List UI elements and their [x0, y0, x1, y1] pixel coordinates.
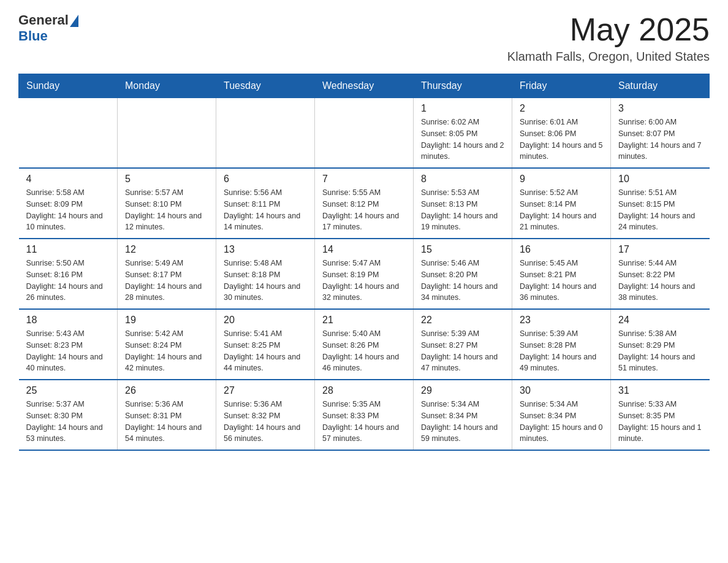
- day-number: 13: [224, 244, 307, 255]
- day-info: Sunrise: 5:37 AMSunset: 8:30 PMDaylight:…: [26, 399, 110, 445]
- day-of-week-header: Monday: [118, 74, 216, 98]
- calendar-day-cell: 7Sunrise: 5:55 AMSunset: 8:12 PMDaylight…: [315, 168, 414, 239]
- day-info: Sunrise: 5:33 AMSunset: 8:35 PMDaylight:…: [618, 399, 702, 445]
- calendar-day-cell: 24Sunrise: 5:38 AMSunset: 8:29 PMDayligh…: [611, 309, 710, 380]
- day-info: Sunrise: 5:53 AMSunset: 8:13 PMDaylight:…: [421, 187, 504, 233]
- day-number: 26: [125, 385, 208, 396]
- day-number: 22: [421, 315, 504, 326]
- day-number: 2: [520, 103, 603, 114]
- calendar-day-cell: 9Sunrise: 5:52 AMSunset: 8:14 PMDaylight…: [512, 168, 611, 239]
- day-number: 12: [125, 244, 208, 255]
- day-info: Sunrise: 6:02 AMSunset: 8:05 PMDaylight:…: [421, 117, 504, 163]
- day-of-week-header: Sunday: [19, 74, 118, 98]
- calendar-week-row: 11Sunrise: 5:50 AMSunset: 8:16 PMDayligh…: [19, 239, 710, 309]
- calendar-day-cell: [118, 98, 216, 169]
- day-number: 15: [421, 244, 504, 255]
- calendar-day-cell: 12Sunrise: 5:49 AMSunset: 8:17 PMDayligh…: [118, 239, 216, 309]
- day-info: Sunrise: 5:41 AMSunset: 8:25 PMDaylight:…: [224, 328, 307, 374]
- day-info: Sunrise: 5:39 AMSunset: 8:28 PMDaylight:…: [520, 328, 603, 374]
- calendar-day-cell: [216, 98, 315, 169]
- calendar-day-cell: 30Sunrise: 5:34 AMSunset: 8:34 PMDayligh…: [512, 380, 611, 450]
- day-number: 20: [224, 315, 307, 326]
- day-info: Sunrise: 5:46 AMSunset: 8:20 PMDaylight:…: [421, 258, 504, 304]
- day-number: 1: [421, 103, 504, 114]
- day-number: 25: [26, 385, 110, 396]
- day-info: Sunrise: 5:35 AMSunset: 8:33 PMDaylight:…: [322, 399, 406, 445]
- location-text: Klamath Falls, Oregon, United States: [507, 50, 710, 64]
- calendar-day-cell: 13Sunrise: 5:48 AMSunset: 8:18 PMDayligh…: [216, 239, 315, 309]
- day-info: Sunrise: 5:39 AMSunset: 8:27 PMDaylight:…: [421, 328, 504, 374]
- day-number: 10: [618, 174, 702, 185]
- calendar-day-cell: 26Sunrise: 5:36 AMSunset: 8:31 PMDayligh…: [118, 380, 216, 450]
- day-info: Sunrise: 5:44 AMSunset: 8:22 PMDaylight:…: [618, 258, 702, 304]
- day-info: Sunrise: 6:01 AMSunset: 8:06 PMDaylight:…: [520, 117, 603, 163]
- calendar-day-cell: 14Sunrise: 5:47 AMSunset: 8:19 PMDayligh…: [315, 239, 414, 309]
- calendar-day-cell: 11Sunrise: 5:50 AMSunset: 8:16 PMDayligh…: [19, 239, 118, 309]
- day-info: Sunrise: 5:43 AMSunset: 8:23 PMDaylight:…: [26, 328, 110, 374]
- logo-triangle-icon: [70, 15, 78, 27]
- calendar-day-cell: 21Sunrise: 5:40 AMSunset: 8:26 PMDayligh…: [315, 309, 414, 380]
- calendar-day-cell: 28Sunrise: 5:35 AMSunset: 8:33 PMDayligh…: [315, 380, 414, 450]
- day-of-week-header: Tuesday: [216, 74, 315, 98]
- calendar-day-cell: 6Sunrise: 5:56 AMSunset: 8:11 PMDaylight…: [216, 168, 315, 239]
- calendar-day-cell: 4Sunrise: 5:58 AMSunset: 8:09 PMDaylight…: [19, 168, 118, 239]
- calendar-table: SundayMondayTuesdayWednesdayThursdayFrid…: [18, 74, 710, 451]
- day-number: 23: [520, 315, 603, 326]
- day-info: Sunrise: 5:38 AMSunset: 8:29 PMDaylight:…: [618, 328, 702, 374]
- day-number: 31: [618, 385, 702, 396]
- calendar-day-cell: 19Sunrise: 5:42 AMSunset: 8:24 PMDayligh…: [118, 309, 216, 380]
- calendar-day-cell: 22Sunrise: 5:39 AMSunset: 8:27 PMDayligh…: [414, 309, 512, 380]
- calendar-day-cell: [19, 98, 118, 169]
- day-number: 17: [618, 244, 702, 255]
- calendar-day-cell: 31Sunrise: 5:33 AMSunset: 8:35 PMDayligh…: [611, 380, 710, 450]
- calendar-day-cell: 3Sunrise: 6:00 AMSunset: 8:07 PMDaylight…: [611, 98, 710, 169]
- calendar-day-cell: 17Sunrise: 5:44 AMSunset: 8:22 PMDayligh…: [611, 239, 710, 309]
- day-info: Sunrise: 5:36 AMSunset: 8:32 PMDaylight:…: [224, 399, 307, 445]
- day-number: 9: [520, 174, 603, 185]
- day-of-week-header: Friday: [512, 74, 611, 98]
- calendar-day-cell: 16Sunrise: 5:45 AMSunset: 8:21 PMDayligh…: [512, 239, 611, 309]
- day-number: 4: [26, 174, 110, 185]
- day-info: Sunrise: 5:36 AMSunset: 8:31 PMDaylight:…: [125, 399, 208, 445]
- day-of-week-header: Thursday: [414, 74, 512, 98]
- calendar-day-cell: 20Sunrise: 5:41 AMSunset: 8:25 PMDayligh…: [216, 309, 315, 380]
- page-header: General Blue May 2025 Klamath Falls, Ore…: [18, 12, 710, 64]
- day-info: Sunrise: 5:40 AMSunset: 8:26 PMDaylight:…: [322, 328, 406, 374]
- day-number: 21: [322, 315, 406, 326]
- day-info: Sunrise: 5:34 AMSunset: 8:34 PMDaylight:…: [421, 399, 504, 445]
- calendar-day-cell: 10Sunrise: 5:51 AMSunset: 8:15 PMDayligh…: [611, 168, 710, 239]
- calendar-week-row: 4Sunrise: 5:58 AMSunset: 8:09 PMDaylight…: [19, 168, 710, 239]
- calendar-day-cell: 2Sunrise: 6:01 AMSunset: 8:06 PMDaylight…: [512, 98, 611, 169]
- day-info: Sunrise: 5:34 AMSunset: 8:34 PMDaylight:…: [520, 399, 603, 445]
- day-number: 8: [421, 174, 504, 185]
- day-of-week-header: Wednesday: [315, 74, 414, 98]
- title-area: May 2025 Klamath Falls, Oregon, United S…: [507, 12, 710, 64]
- calendar-day-cell: 15Sunrise: 5:46 AMSunset: 8:20 PMDayligh…: [414, 239, 512, 309]
- day-number: 18: [26, 315, 110, 326]
- calendar-day-cell: 5Sunrise: 5:57 AMSunset: 8:10 PMDaylight…: [118, 168, 216, 239]
- day-number: 24: [618, 315, 702, 326]
- day-info: Sunrise: 5:55 AMSunset: 8:12 PMDaylight:…: [322, 187, 406, 233]
- day-info: Sunrise: 5:42 AMSunset: 8:24 PMDaylight:…: [125, 328, 208, 374]
- month-title: May 2025: [507, 12, 710, 47]
- day-number: 29: [421, 385, 504, 396]
- calendar-week-row: 18Sunrise: 5:43 AMSunset: 8:23 PMDayligh…: [19, 309, 710, 380]
- day-number: 11: [26, 244, 110, 255]
- day-info: Sunrise: 5:50 AMSunset: 8:16 PMDaylight:…: [26, 258, 110, 304]
- day-info: Sunrise: 5:58 AMSunset: 8:09 PMDaylight:…: [26, 187, 110, 233]
- calendar-day-cell: 29Sunrise: 5:34 AMSunset: 8:34 PMDayligh…: [414, 380, 512, 450]
- day-info: Sunrise: 5:52 AMSunset: 8:14 PMDaylight:…: [520, 187, 603, 233]
- day-info: Sunrise: 5:45 AMSunset: 8:21 PMDaylight:…: [520, 258, 603, 304]
- calendar-day-cell: 27Sunrise: 5:36 AMSunset: 8:32 PMDayligh…: [216, 380, 315, 450]
- calendar-day-cell: 18Sunrise: 5:43 AMSunset: 8:23 PMDayligh…: [19, 309, 118, 380]
- day-of-week-header: Saturday: [611, 74, 710, 98]
- logo-general-text: General: [18, 12, 69, 28]
- calendar-day-cell: [315, 98, 414, 169]
- day-number: 28: [322, 385, 406, 396]
- logo: General Blue: [18, 12, 78, 44]
- day-info: Sunrise: 5:51 AMSunset: 8:15 PMDaylight:…: [618, 187, 702, 233]
- day-number: 5: [125, 174, 208, 185]
- logo-blue-text: Blue: [18, 28, 78, 44]
- day-number: 6: [224, 174, 307, 185]
- day-number: 7: [322, 174, 406, 185]
